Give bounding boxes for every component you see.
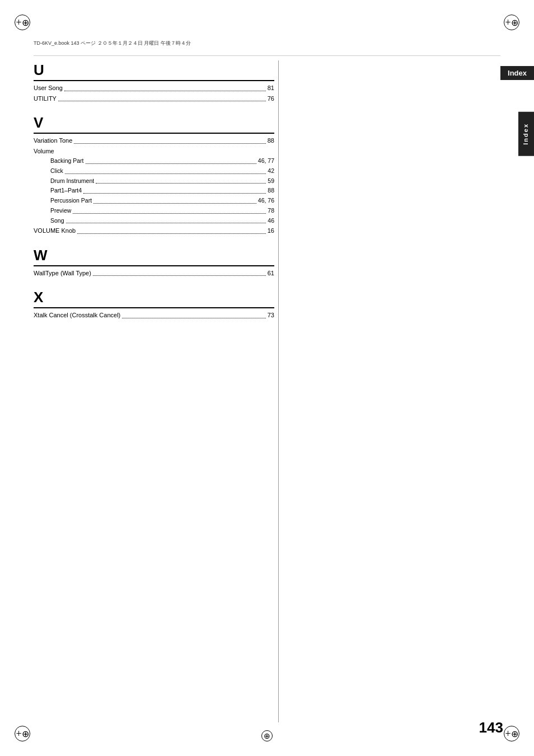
entry-variation-tone: Variation Tone88 bbox=[34, 136, 274, 145]
entry-volume-knob: VOLUME Knob16 bbox=[34, 226, 274, 236]
entry-percussion-part: Percussion Part46, 76 bbox=[34, 196, 274, 205]
entry-page: 88 bbox=[268, 136, 274, 145]
entry-dots bbox=[122, 318, 265, 318]
entry-utility: UTILITY76 bbox=[34, 94, 274, 104]
entry-click: Click42 bbox=[34, 167, 274, 176]
entry-label: Variation Tone bbox=[34, 136, 72, 145]
entry-preview: Preview78 bbox=[34, 206, 274, 215]
entry-dots bbox=[96, 183, 266, 184]
entry-walltype-wall-type-: WallType (Wall Type)61 bbox=[34, 269, 274, 278]
entry-label: Drum Instrument bbox=[50, 177, 94, 186]
entry-label: Preview bbox=[50, 206, 71, 215]
index-tab: Index bbox=[500, 66, 534, 80]
entry-label: Part1–Part4 bbox=[50, 186, 82, 195]
entry-drum-instrument: Drum Instrument59 bbox=[34, 177, 274, 186]
corner-crosshair-bl: ⊕ bbox=[15, 726, 30, 741]
entry-user-song: User Song81 bbox=[34, 83, 274, 93]
entry-label: User Song bbox=[34, 83, 63, 93]
entry-label: Xtalk Cancel (Crosstalk Cancel) bbox=[34, 311, 120, 320]
entry-dots bbox=[93, 203, 256, 204]
entry-page: 88 bbox=[268, 186, 274, 195]
entry-label: WallType (Wall Type) bbox=[34, 269, 91, 278]
bottom-center-crosshair: ⊕ bbox=[261, 730, 273, 741]
entry-dots bbox=[86, 163, 256, 164]
entry-xtalk-cancel-crosstalk-cancel-: Xtalk Cancel (Crosstalk Cancel)73 bbox=[34, 311, 274, 320]
entry-backing-part: Backing Part46, 77 bbox=[34, 157, 274, 166]
entry-page: 59 bbox=[268, 177, 274, 186]
entry-label: Click bbox=[50, 167, 63, 176]
entry-dots bbox=[93, 275, 266, 276]
entry-page: 46, 76 bbox=[258, 196, 274, 205]
entry-page: 76 bbox=[268, 94, 274, 104]
corner-crosshair-tr: ⊕ bbox=[504, 15, 519, 30]
page-header: TD-6KV_e.book 143 ページ ２０５年１月２４日 月曜日 午後７時… bbox=[34, 34, 500, 56]
entry-dots bbox=[73, 213, 266, 214]
entry-label: Backing Part bbox=[50, 157, 84, 166]
entry-dots bbox=[74, 143, 265, 144]
entry-song: Song46 bbox=[34, 217, 274, 226]
entry-page: 42 bbox=[268, 167, 274, 176]
section-letter-u: U bbox=[34, 62, 274, 81]
entry-volume: Volume bbox=[34, 147, 274, 156]
side-tab: Index bbox=[518, 112, 534, 156]
entry-dots bbox=[77, 233, 266, 234]
entry-dots bbox=[66, 223, 266, 223]
index-content: UUser Song81UTILITY76VVariation Tone88Vo… bbox=[34, 62, 274, 321]
entry-page: 46, 77 bbox=[258, 157, 274, 166]
corner-crosshair-br: ⊕ bbox=[504, 726, 519, 741]
entry-dots bbox=[65, 173, 266, 174]
entry-label: VOLUME Knob bbox=[34, 226, 76, 236]
entry-page: 46 bbox=[268, 217, 274, 226]
entry-label: UTILITY bbox=[34, 94, 57, 104]
entry-dots bbox=[58, 101, 266, 101]
entry-part1-part4: Part1–Part488 bbox=[34, 186, 274, 195]
entry-page: 81 bbox=[268, 83, 274, 93]
section-letter-w: W bbox=[34, 247, 274, 266]
entry-label: Song bbox=[50, 217, 64, 226]
entry-page: 73 bbox=[268, 311, 274, 320]
entry-label: Percussion Part bbox=[50, 196, 92, 205]
header-meta: TD-6KV_e.book 143 ページ ２０５年１月２４日 月曜日 午後７時… bbox=[34, 40, 191, 47]
section-letter-v: V bbox=[34, 114, 274, 134]
content-divider bbox=[278, 60, 279, 722]
entry-page: 78 bbox=[268, 206, 274, 215]
corner-crosshair-tl: ⊕ bbox=[15, 15, 30, 30]
entry-dots bbox=[83, 193, 266, 194]
page-number: 143 bbox=[479, 719, 503, 736]
entry-page: 16 bbox=[268, 226, 274, 236]
entry-page: 61 bbox=[268, 269, 274, 278]
section-letter-x: X bbox=[34, 289, 274, 308]
entry-dots bbox=[64, 91, 266, 91]
